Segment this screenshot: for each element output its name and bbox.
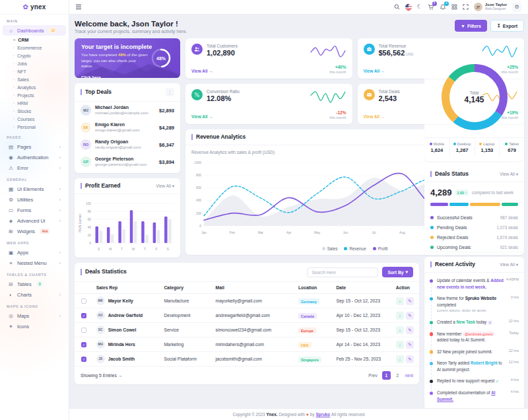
column-header[interactable]: Sales Rep: [92, 282, 160, 294]
edit-pencil-icon[interactable]: ✎: [406, 326, 414, 334]
deal-amount: $3,894: [159, 159, 174, 165]
top-deal-row[interactable]: GPGeorge Pietersongeorge.pieterson@gmail…: [75, 153, 180, 170]
row-checkbox[interactable]: ✓: [81, 357, 86, 362]
brand-flower-icon: ✿: [23, 3, 28, 11]
sidebar-subitem-personal[interactable]: ◦Personal: [0, 123, 69, 131]
download-icon[interactable]: ↓: [396, 341, 404, 349]
download-icon[interactable]: ↓: [396, 355, 404, 363]
stat-view-all-link[interactable]: View All →: [191, 69, 213, 73]
error-icon: ⚠: [8, 165, 14, 171]
export-button[interactable]: ↥Export: [490, 20, 524, 32]
sidebar-item-charts[interactable]: ◐Charts›: [3, 289, 66, 300]
sidebar-item-pages[interactable]: ▤Pages›: [3, 141, 66, 152]
sidebar-item-tables[interactable]: ⊟Tables3: [3, 279, 66, 289]
activity-highlight[interactable]: Added new events in next week.: [437, 278, 504, 289]
sidebar-item-forms[interactable]: ▭Forms›: [3, 205, 66, 215]
activity-highlight[interactable]: AI Summit.: [437, 390, 496, 401]
activity-highlight[interactable]: Robert Bright: [471, 361, 498, 365]
sidebar-item-utilities[interactable]: ⚙Utilities›: [3, 194, 66, 205]
brand-logo[interactable]: ✿ ynex: [0, 0, 69, 15]
plus-icon[interactable]: +: [488, 320, 492, 325]
pagination-prev[interactable]: Prev: [367, 371, 378, 380]
stat-view-all-link[interactable]: View All →: [364, 114, 385, 119]
column-header[interactable]: Location: [294, 282, 333, 294]
legend-item-sales[interactable]: Sales: [322, 246, 338, 251]
column-header[interactable]: Date: [332, 282, 391, 294]
hamburger-menu-icon[interactable]: [76, 5, 81, 9]
sidebar-item-advanced-ui[interactable]: ◈Advanced Ui›: [3, 215, 66, 226]
top-deal-row[interactable]: MJMichael Jordanmichael.jordan@example.c…: [75, 102, 180, 119]
activity-highlight[interactable]: Spruko Website: [465, 296, 496, 300]
sidebar-subitem-projects[interactable]: ◦Projects: [0, 91, 69, 99]
pagination-next[interactable]: next: [405, 373, 413, 378]
settings-gear-icon[interactable]: ⚙: [512, 3, 521, 12]
column-header[interactable]: Action: [392, 282, 419, 294]
cart-icon[interactable]: 5: [428, 4, 434, 11]
sidebar-item-maps[interactable]: ◎Maps›: [3, 310, 66, 321]
search-input[interactable]: [307, 267, 378, 277]
user-menu[interactable]: JT Json Taylor Web Designer: [474, 3, 507, 11]
target-progress-ring: 48%: [150, 47, 172, 69]
sidebar-item-dashboards[interactable]: ⌂Dashboards12: [3, 25, 66, 36]
sidebar-subitem-courses[interactable]: ◦Courses: [0, 115, 69, 123]
row-checkbox[interactable]: ✓: [81, 342, 86, 347]
activity-view-all-dropdown[interactable]: View All ▾: [500, 262, 518, 267]
sidebar-subitem-ecommerce[interactable]: ◦Ecommerce: [0, 44, 69, 52]
sidebar-item-ui-elements[interactable]: ▦Ui Elements›: [3, 184, 66, 194]
profit-view-all-dropdown[interactable]: View All ▾: [156, 184, 174, 189]
edit-pencil-icon[interactable]: ✎: [406, 355, 414, 363]
download-icon[interactable]: ↓: [396, 297, 404, 305]
sidebar-subitem-hrm[interactable]: ◦HRM: [0, 99, 69, 107]
row-checkbox[interactable]: [81, 328, 86, 333]
sidebar-item-error[interactable]: ⚠Error›: [3, 162, 66, 173]
stat-view-all-link[interactable]: View All →: [364, 69, 385, 73]
stat-view-all-link[interactable]: View All →: [191, 114, 213, 119]
notifications-bell-icon[interactable]: 3: [440, 4, 446, 11]
sidebar-item-authentication[interactable]: ◉Authentication›: [3, 152, 66, 162]
row-checkbox[interactable]: [81, 298, 86, 304]
edit-pencil-icon[interactable]: ✎: [406, 341, 414, 349]
deals-status-view-all-dropdown[interactable]: View All ▾: [500, 172, 518, 177]
activity-highlight[interactable]: New Task: [456, 320, 475, 324]
filters-button[interactable]: ▼Filters: [455, 20, 487, 32]
row-checkbox[interactable]: ✓: [81, 313, 86, 318]
sidebar-subitem-crypto[interactable]: ◦Crypto: [0, 52, 69, 59]
top-deals-card: Top Deals ⋮ MJMichael Jordanmichael.jord…: [75, 83, 180, 173]
search-icon[interactable]: [394, 4, 400, 10]
deals-statistics-card: Deals Statistics Sort By ▾ Sales RepCate…: [75, 263, 419, 384]
download-icon[interactable]: ↓: [396, 312, 404, 320]
target-click-here-link[interactable]: Click here: [81, 75, 101, 78]
legend-item-revenue[interactable]: Revenue: [344, 246, 366, 251]
sidebar-subitem-jobs[interactable]: ◦Jobs: [0, 59, 69, 67]
dark-mode-moon-icon[interactable]: ☾: [417, 4, 422, 10]
sidebar-item-nested-menu[interactable]: ≡Nested Menu›: [3, 258, 66, 268]
sidebar-subitem-crm[interactable]: –CRM: [0, 36, 69, 44]
sidebar-subitem-nft[interactable]: ◦NFT: [0, 67, 69, 75]
sidebar-subitem-stocks[interactable]: ◦Stocks: [0, 107, 69, 115]
fullscreen-icon[interactable]: [463, 4, 469, 10]
sidebar-subitem-analytics[interactable]: ◦Analytics: [0, 83, 69, 91]
sidebar-item-icons[interactable]: ✶Icons: [3, 321, 66, 332]
apps-grid-icon[interactable]: [451, 4, 457, 10]
sidebar-item-widgets[interactable]: ⊞WidgetsHot: [3, 226, 66, 236]
language-flag-icon[interactable]: [405, 4, 412, 11]
pagination-page-2[interactable]: 2: [393, 371, 402, 380]
edit-pencil-icon[interactable]: ✎: [406, 297, 414, 305]
pagination-page-1[interactable]: 1: [382, 371, 391, 380]
footer-vendor-link[interactable]: Spruko: [315, 412, 330, 417]
sidebar-item-apps[interactable]: ▣Apps›: [3, 247, 66, 258]
top-deal-row[interactable]: EKEmigo Kiarenemigo.kiaren@gmail.com$4,2…: [75, 119, 180, 136]
legend-item-profit[interactable]: Profit: [373, 246, 388, 251]
profit-earned-card: Profit Earned View All ▾ 020406080100Pro…: [75, 178, 180, 258]
download-icon[interactable]: ↓: [396, 326, 404, 334]
top-deal-row[interactable]: RORandy Origoanrandy.origoan@gmail.com$6…: [75, 136, 180, 153]
sidebar-subitem-sales[interactable]: ◦Sales: [0, 75, 69, 83]
top-deals-options-icon[interactable]: ⋮: [166, 88, 174, 96]
activity-item: Neon Tarly added Robert Bright to AI sum…: [428, 360, 519, 378]
svg-text:Jan: Jan: [201, 231, 207, 234]
column-header[interactable]: Mail: [212, 282, 294, 294]
sort-by-button[interactable]: Sort By ▾: [382, 267, 413, 277]
edit-pencil-icon[interactable]: ✎: [406, 312, 414, 320]
activity-highlight[interactable]: @andrews.gurero: [463, 332, 494, 336]
column-header[interactable]: Category: [160, 282, 211, 294]
